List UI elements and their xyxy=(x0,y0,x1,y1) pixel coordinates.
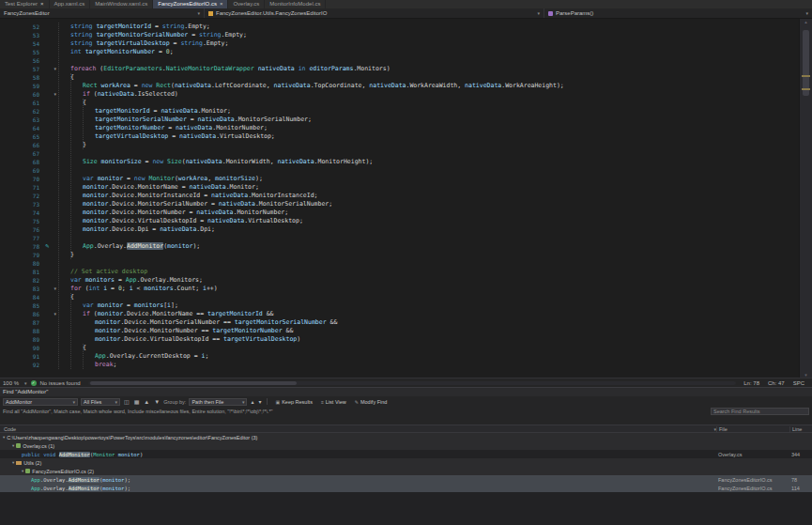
code-line[interactable]: 55int targetMonitorNumber = 0; xyxy=(0,48,799,56)
code-line[interactable]: 75monitor.Device.VirtualDesktopId = nati… xyxy=(0,217,799,225)
copy-results-icon[interactable]: ◫ xyxy=(123,398,130,406)
code-line[interactable]: 70var monitor = new Monitor(workArea, mo… xyxy=(0,175,799,183)
prev-result-icon[interactable]: ▲ xyxy=(143,398,150,406)
scrollbar-thumb[interactable] xyxy=(803,30,809,96)
expand-arrow-icon[interactable]: ▾ xyxy=(3,435,5,440)
code-line[interactable]: 64targetMonitorNumber = nativeData.Monit… xyxy=(0,124,799,132)
result-group-row[interactable]: ▾Overlay.cs (1) xyxy=(0,441,812,450)
code-line[interactable]: 72monitor.Device.MonitorInstanceId = nat… xyxy=(0,192,799,200)
keep-results-button[interactable]: ▣ Keep Results xyxy=(272,399,314,405)
group-by-dropdown[interactable]: Path then File ▾ xyxy=(189,398,247,406)
fold-collapse-icon[interactable]: ▾ xyxy=(54,65,56,73)
code-line[interactable]: 85var monitor = monitors[i]; xyxy=(0,301,799,310)
code-line[interactable]: 83▾for (int i = 0; i < monitors.Count; i… xyxy=(0,285,799,293)
code-line[interactable]: 65targetVirtualDesktop = nativeData.Virt… xyxy=(0,132,799,141)
code-line[interactable]: 79} xyxy=(0,251,799,259)
code-token: { xyxy=(83,99,86,106)
code-line[interactable]: 71monitor.Device.MonitorName = nativeDat… xyxy=(0,183,799,192)
expand-arrow-icon[interactable]: ▾ xyxy=(12,443,14,448)
select-columns-icon[interactable]: ▦ xyxy=(133,398,141,406)
result-match-row[interactable]: public void AddMonitor(Monitor monitor)O… xyxy=(0,450,812,458)
next-result-icon[interactable]: ▼ xyxy=(153,398,161,406)
column-file[interactable]: File xyxy=(716,426,789,432)
code-token: .Overlay.Monitors; xyxy=(136,276,202,284)
code-line[interactable]: 77 xyxy=(0,234,799,242)
tab-app-xaml-cs[interactable]: App.xaml.cs xyxy=(50,0,91,8)
code-line[interactable]: 62targetMonitorId = nativeData.Monitor; xyxy=(0,107,799,116)
fold-collapse-icon[interactable]: ▾ xyxy=(54,285,56,293)
line-gutter xyxy=(42,149,58,158)
search-find-results-input[interactable]: Search Find Results xyxy=(711,408,809,415)
result-match-row[interactable]: App.Overlay.AddMonitor(monitor);FancyZon… xyxy=(0,475,812,484)
code-line[interactable]: 61{ xyxy=(0,99,799,107)
code-line[interactable]: 69 xyxy=(0,166,799,175)
code-line[interactable]: 82var monitors = App.Overlay.Monitors; xyxy=(0,276,799,285)
code-line[interactable]: 52string targetMonitorId = string.Empty; xyxy=(0,23,799,31)
result-group-row[interactable]: ▾FancyZonesEditorIO.cs (2) xyxy=(0,467,812,475)
project-dropdown[interactable]: FancyZonesEditor ▾ xyxy=(0,8,205,18)
type-dropdown[interactable]: FancyZonesEditor.Utils.FancyZonesEditorI… xyxy=(205,8,544,18)
code-line[interactable]: 84{ xyxy=(0,293,799,301)
result-group-row[interactable]: ▾Utils (2) xyxy=(0,458,812,467)
scrollbar-thumb[interactable] xyxy=(90,381,297,385)
code-line[interactable]: 90{ xyxy=(0,344,799,352)
zoom-control[interactable]: 100 % ▾ xyxy=(3,380,27,386)
code-line[interactable]: 60▾if (nativeData.IsSelected) xyxy=(0,90,799,99)
code-token: ); xyxy=(192,242,200,250)
code-line[interactable]: 78✎App.Overlay.AddMonitor(monitor); xyxy=(0,242,799,251)
expand-all-icon[interactable]: ▴ xyxy=(250,398,254,406)
modify-find-button[interactable]: ✎ Modify Find xyxy=(352,399,391,405)
editor-horizontal-scrollbar[interactable] xyxy=(88,381,737,385)
code-line[interactable]: 89monitor.Device.VirtualDesktopId == tar… xyxy=(0,335,799,344)
expand-arrow-icon[interactable]: ▾ xyxy=(22,469,23,473)
code-line[interactable]: 86▾if (monitor.Device.MonitorName == tar… xyxy=(0,310,799,318)
column-code[interactable]: Code ▾ xyxy=(0,426,716,432)
tab-overlay-cs[interactable]: Overlay.cs xyxy=(228,0,265,8)
collapse-all-icon[interactable]: ▾ xyxy=(257,398,262,406)
tab-test-explorer[interactable]: Test Explorer× xyxy=(0,0,50,8)
health-check-icon[interactable]: ✓ xyxy=(31,380,37,386)
close-icon[interactable]: × xyxy=(220,0,223,8)
member-dropdown[interactable]: ParseParams() ▾ xyxy=(544,8,812,18)
scroll-up-icon[interactable]: ▴ xyxy=(800,19,812,24)
code-line[interactable]: 54string targetVirtualDesktop = string.E… xyxy=(0,39,799,48)
code-line[interactable]: 63targetMonitorSerialNumber = nativeData… xyxy=(0,116,799,124)
code-line[interactable]: 56 xyxy=(0,56,799,65)
code-line[interactable]: 73monitor.Device.MonitorSerialNumber = n… xyxy=(0,200,799,208)
code-line[interactable]: 67 xyxy=(0,149,799,158)
code-line[interactable]: 58{ xyxy=(0,73,799,82)
code-line[interactable]: 74monitor.Device.MonitorNumber = nativeD… xyxy=(0,208,799,217)
tab-fancyzoneseditorio-cs[interactable]: FancyZonesEditorIO.cs× xyxy=(153,0,228,8)
fold-collapse-icon[interactable]: ▾ xyxy=(54,310,56,318)
column-line[interactable]: Line xyxy=(789,426,812,432)
code-line[interactable]: 68Size monitorSize = new Size(nativeData… xyxy=(0,158,799,166)
find-search-input[interactable]: AddMonitor ▾ xyxy=(3,398,78,406)
code-line[interactable]: 57▾foreach (EditorParameters.NativeMonit… xyxy=(0,65,799,73)
close-icon[interactable]: × xyxy=(40,0,44,8)
expand-arrow-icon[interactable]: ▾ xyxy=(12,460,14,465)
code-line[interactable]: 91App.Overlay.CurrentDesktop = i; xyxy=(0,352,799,361)
code-line[interactable]: 53string targetMonitorSerialNumber = str… xyxy=(0,31,799,39)
code-line[interactable]: 81// Set active desktop xyxy=(0,268,799,276)
code-token: ) xyxy=(140,452,143,457)
code-token: ); xyxy=(255,175,263,182)
code-line[interactable]: 87monitor.Device.MonitorSerialNumber == … xyxy=(0,318,799,327)
code-line[interactable]: 59Rect workArea = new Rect(nativeData.Le… xyxy=(0,82,799,90)
code-line[interactable]: 88monitor.Device.MonitorNumber == target… xyxy=(0,327,799,335)
scope-dropdown[interactable]: All Files ▾ xyxy=(81,398,120,406)
code-editor[interactable]: 52string targetMonitorId = string.Empty;… xyxy=(0,19,812,378)
list-view-button[interactable]: ≡ List View xyxy=(318,399,349,405)
code-line[interactable]: 76monitor.Device.Dpi = nativeData.Dpi; xyxy=(0,225,799,234)
editor-vertical-scrollbar[interactable]: ▴ ▾ xyxy=(799,19,812,378)
find-search-value: AddMonitor xyxy=(6,399,32,405)
code-line[interactable]: 92break; xyxy=(0,361,799,369)
code-token: editorParams xyxy=(309,65,353,72)
result-match-row[interactable]: App.Overlay.AddMonitor(monitor);FancyZon… xyxy=(0,484,812,492)
tab-monitorinfomodel-cs[interactable]: MonitorInfoModel.cs xyxy=(265,0,326,8)
code-token: ++) xyxy=(207,285,218,292)
tab-mainwindow-xaml-cs[interactable]: MainWindow.xaml.cs xyxy=(90,0,153,8)
fold-collapse-icon[interactable]: ▾ xyxy=(54,90,56,99)
code-line[interactable]: 80 xyxy=(0,259,799,268)
result-group-row[interactable]: ▾C:\Users\zhaopengwang\Desktop\powertoys… xyxy=(0,433,812,441)
code-line[interactable]: 66} xyxy=(0,141,799,149)
